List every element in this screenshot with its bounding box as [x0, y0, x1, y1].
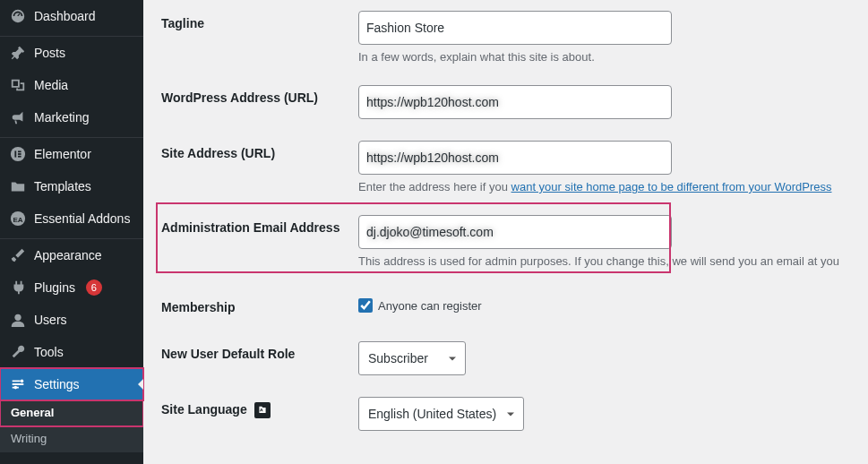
- elementor-icon: [9, 145, 27, 163]
- sidebar-item-settings[interactable]: Settings: [0, 368, 143, 400]
- user-icon: [9, 311, 27, 329]
- sidebar-item-tools[interactable]: Tools: [0, 336, 143, 368]
- svg-point-8: [21, 380, 24, 383]
- settings-submenu: General Writing: [0, 400, 143, 452]
- svg-text:EA: EA: [13, 216, 22, 224]
- submenu-item-writing[interactable]: Writing: [0, 426, 143, 452]
- admin-email-input[interactable]: [358, 215, 672, 249]
- sidebar-label: Media: [34, 77, 68, 93]
- sidebar-label: Settings: [34, 376, 80, 392]
- svg-rect-1: [14, 150, 16, 157]
- ea-icon: EA: [9, 210, 27, 228]
- svg-rect-3: [18, 153, 21, 155]
- label-wpurl: WordPress Address (URL): [161, 85, 358, 105]
- sidebar-item-plugins[interactable]: Plugins 6: [0, 271, 143, 304]
- sidebar-item-essential-addons[interactable]: EA Essential Addons: [0, 202, 143, 235]
- folder-icon: [9, 177, 27, 195]
- update-badge: 6: [86, 279, 102, 296]
- sidebar-label: Users: [34, 312, 67, 328]
- svg-rect-4: [18, 156, 21, 158]
- sidebar-label: Dashboard: [34, 8, 96, 24]
- translate-icon: [254, 402, 271, 418]
- sliders-icon: [9, 375, 27, 393]
- media-icon: [9, 76, 27, 94]
- siteurl-input[interactable]: [358, 141, 672, 175]
- default-role-select[interactable]: Subscriber: [358, 341, 466, 375]
- label-siteurl: Site Address (URL): [161, 141, 358, 160]
- megaphone-icon: [9, 108, 27, 126]
- sidebar-label: Plugins: [34, 279, 75, 296]
- sidebar-label: Appearance: [34, 247, 102, 263]
- membership-checkbox-label: Anyone can register: [378, 299, 482, 313]
- sidebar-item-appearance[interactable]: Appearance: [0, 239, 143, 271]
- sidebar-label: Posts: [34, 45, 65, 61]
- row-membership: Membership Anyone can register: [161, 279, 859, 331]
- pin-icon: [9, 44, 27, 62]
- tagline-help: In a few words, explain what this site i…: [358, 50, 859, 64]
- sidebar-item-media[interactable]: Media: [0, 69, 143, 101]
- membership-checkbox[interactable]: [358, 298, 373, 313]
- row-default-role: New User Default Role Subscriber: [161, 331, 859, 386]
- row-language: Site Language English (United States): [161, 386, 859, 442]
- row-wpurl: WordPress Address (URL): [161, 74, 859, 130]
- sidebar-label: Templates: [34, 178, 91, 194]
- label-default-role: New User Default Role: [161, 341, 358, 361]
- language-label-text: Site Language: [161, 402, 247, 417]
- siteurl-help-link[interactable]: want your site home page to be different…: [511, 180, 832, 193]
- sidebar-item-dashboard[interactable]: Dashboard: [0, 0, 143, 32]
- row-tagline: Tagline In a few words, explain what thi…: [161, 0, 859, 74]
- sidebar-item-posts[interactable]: Posts: [0, 37, 143, 69]
- wpurl-input[interactable]: [358, 85, 672, 119]
- membership-checkbox-wrap[interactable]: Anyone can register: [358, 295, 859, 313]
- dashboard-icon: [9, 7, 27, 25]
- sidebar-item-elementor[interactable]: Elementor: [0, 138, 143, 170]
- label-admin-email: Administration Email Address: [161, 215, 358, 235]
- plugin-icon: [9, 279, 27, 296]
- sidebar-label: Essential Addons: [34, 211, 130, 227]
- sidebar-item-templates[interactable]: Templates: [0, 170, 143, 202]
- sidebar-label: Marketing: [34, 109, 89, 125]
- row-siteurl: Site Address (URL) Enter the address her…: [161, 130, 859, 204]
- tagline-input[interactable]: [358, 11, 672, 45]
- language-select[interactable]: English (United States): [358, 397, 524, 431]
- submenu-item-general[interactable]: General: [0, 400, 143, 426]
- sidebar-item-marketing[interactable]: Marketing: [0, 101, 143, 133]
- wrench-icon: [9, 343, 27, 361]
- sidebar-item-users[interactable]: Users: [0, 304, 143, 336]
- row-admin-email: Administration Email Address This addres…: [161, 204, 859, 279]
- admin-sidebar: Dashboard Posts Media Marketing Elemento…: [0, 0, 143, 464]
- label-membership: Membership: [161, 295, 358, 314]
- svg-rect-2: [18, 150, 21, 152]
- settings-general-form: Tagline In a few words, explain what thi…: [143, 0, 868, 464]
- sidebar-label: Tools: [34, 344, 64, 360]
- label-tagline: Tagline: [161, 11, 358, 30]
- sidebar-label: Elementor: [34, 146, 91, 162]
- brush-icon: [9, 246, 27, 264]
- help-text: Enter the address here if you: [358, 180, 511, 193]
- svg-point-7: [14, 314, 21, 321]
- label-language: Site Language: [161, 397, 358, 418]
- siteurl-help: Enter the address here if you want your …: [358, 180, 859, 193]
- admin-email-help: This address is used for admin purposes.…: [358, 254, 859, 268]
- svg-point-9: [14, 386, 18, 390]
